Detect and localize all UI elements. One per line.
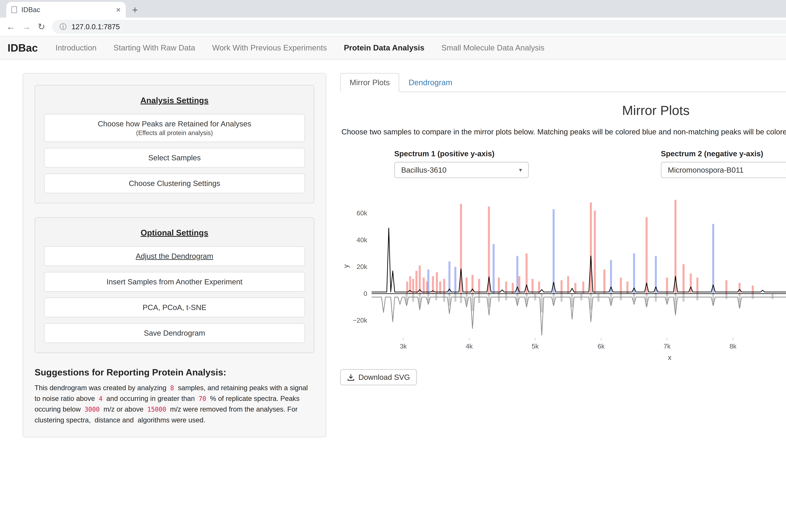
mirror-plot-chart: 3k4k5k6k7k8k9k10k11k−20k020k40k60kxy: [340, 188, 786, 363]
button-label: Insert Samples from Another Experiment: [107, 278, 242, 286]
nav-item-protein-data-analysis[interactable]: Protein Data Analysis: [344, 43, 424, 52]
reload-icon[interactable]: ↻: [38, 22, 45, 31]
nav-item-small-molecule-data-analysis[interactable]: Small Molecule Data Analysis: [441, 43, 545, 52]
sidebar-well: Analysis Settings Choose how Peaks are R…: [23, 73, 326, 437]
upper-mass-cutoff-value: 15000: [145, 406, 168, 413]
lower-mass-cutoff-value: 3000: [83, 406, 101, 413]
spectrum1-dropdown[interactable]: Bacillus-3610 ▾: [394, 162, 529, 178]
brand-idbac[interactable]: IDBac: [7, 42, 38, 54]
spectrum2-dropdown[interactable]: Micromonospora-B011 ▾: [661, 162, 786, 178]
button-label: Choose how Peaks are Retained for Analys…: [98, 120, 251, 128]
button-label: Select Samples: [148, 154, 201, 162]
chevron-down-icon: ▾: [519, 167, 522, 173]
nav-item-introduction[interactable]: Introduction: [55, 43, 96, 52]
suggestions-heading: Suggestions for Reporting Protein Analys…: [34, 367, 315, 377]
spectrum-selector-row: Spectrum 1 (positive y-axis) Bacillus-36…: [394, 149, 786, 178]
suggestion-segment: This dendrogram was created by analyzing: [34, 384, 168, 392]
svg-text:−20k: −20k: [353, 317, 367, 324]
tab-dendrogram[interactable]: Dendrogram: [399, 73, 462, 92]
spectrum1-selected-value: Bacillus-3610: [401, 166, 446, 175]
app-navbar: IDBac Introduction Starting With Raw Dat…: [0, 37, 786, 60]
button-sublabel: (Effects all protein analysis): [48, 130, 301, 136]
nav-item-starting-with-raw-data[interactable]: Starting With Raw Data: [114, 43, 195, 52]
suggestion-segment: and occurring in greater than: [105, 395, 196, 402]
mirror-plot-description: Choose two samples to compare in the mir…: [342, 128, 786, 136]
spectrum2-label: Spectrum 2 (negative y-axis): [661, 149, 786, 158]
suggestion-segment: m/z or above: [101, 405, 145, 413]
button-label: PCA, PCoA, t-SNE: [143, 303, 206, 311]
site-info-icon[interactable]: ⓘ: [60, 22, 67, 31]
svg-text:0: 0: [364, 290, 367, 297]
save-dendrogram-button[interactable]: Save Dendrogram: [44, 323, 305, 343]
svg-text:40k: 40k: [356, 236, 367, 244]
svg-text:x: x: [668, 353, 671, 361]
sidebar: Analysis Settings Choose how Peaks are R…: [23, 73, 326, 437]
download-icon: [347, 373, 355, 381]
optional-settings-panel: Optional Settings Adjust the Dendrogram …: [34, 217, 315, 353]
tab-strip: IDBac × + ─ □ ×: [0, 0, 786, 18]
button-label: Save Dendrogram: [144, 329, 205, 337]
svg-text:5k: 5k: [532, 343, 539, 350]
suggestions-text: This dendrogram was created by analyzing…: [34, 383, 315, 425]
adjust-dendrogram-button[interactable]: Adjust the Dendrogram: [44, 246, 305, 266]
svg-text:y: y: [342, 264, 350, 268]
pca-pcoa-tsne-button[interactable]: PCA, PCoA, t-SNE: [44, 297, 305, 318]
download-svg-button[interactable]: Download SVG: [340, 369, 417, 385]
browser-chrome: IDBac × + ─ □ × ← → ↻ ⓘ 127.0.0.1:7875 ☆…: [0, 0, 786, 37]
svg-text:3k: 3k: [400, 343, 407, 350]
browser-tab[interactable]: IDBac ×: [6, 2, 126, 18]
svg-text:7k: 7k: [664, 343, 671, 350]
spectrum1-selector: Spectrum 1 (positive y-axis) Bacillus-36…: [394, 149, 661, 178]
spectrum2-selector: Spectrum 2 (negative y-axis) Micromonosp…: [661, 149, 786, 178]
button-label: Choose Clustering Settings: [129, 179, 220, 188]
page-body: Analysis Settings Choose how Peaks are R…: [0, 60, 786, 437]
insert-samples-button[interactable]: Insert Samples from Another Experiment: [44, 272, 305, 292]
svg-text:8k: 8k: [730, 343, 737, 350]
tab-close-icon[interactable]: ×: [116, 5, 121, 15]
tab-bar: Mirror Plots Dendrogram: [340, 73, 786, 92]
select-samples-button[interactable]: Select Samples: [44, 148, 305, 168]
svg-text:6k: 6k: [598, 343, 605, 350]
button-label: Adjust the Dendrogram: [136, 252, 213, 260]
new-tab-button[interactable]: +: [132, 4, 138, 16]
spectrum2-selected-value: Micromonospora-B011: [668, 166, 744, 175]
browser-toolbar: ← → ↻ ⓘ 127.0.0.1:7875 ☆ V M C ⋮: [0, 18, 786, 37]
svg-text:60k: 60k: [356, 209, 367, 217]
url-bar[interactable]: ⓘ 127.0.0.1:7875: [52, 20, 786, 33]
download-label: Download SVG: [359, 373, 410, 381]
back-icon[interactable]: ←: [6, 22, 15, 31]
nav-item-work-with-previous-experiments[interactable]: Work With Previous Experiments: [212, 43, 327, 52]
mirror-plot-container: 3k4k5k6k7k8k9k10k11k−20k020k40k60kxy: [340, 188, 786, 365]
tab-mirror-plots[interactable]: Mirror Plots: [340, 73, 399, 92]
choose-peak-retention-button[interactable]: Choose how Peaks are Retained for Analys…: [44, 114, 305, 142]
forward-icon[interactable]: →: [22, 22, 31, 31]
sample-count-value: 8: [168, 385, 176, 392]
spectrum1-label: Spectrum 1 (positive y-axis): [394, 149, 661, 158]
choose-clustering-settings-button[interactable]: Choose Clustering Settings: [44, 174, 305, 193]
analysis-settings-heading: Analysis Settings: [44, 96, 305, 105]
optional-settings-heading: Optional Settings: [44, 228, 305, 237]
snr-value: 4: [97, 395, 105, 402]
url-text: 127.0.0.1:7875: [71, 22, 120, 31]
main-content: Mirror Plots Dendrogram Mirror Plots Cho…: [340, 73, 786, 385]
page-favicon-icon: [11, 6, 17, 13]
page-title: Mirror Plots: [340, 103, 786, 118]
svg-text:4k: 4k: [466, 343, 473, 350]
tab-title: IDBac: [21, 6, 112, 14]
analysis-settings-panel: Analysis Settings Choose how Peaks are R…: [34, 85, 315, 203]
replicate-percent-value: 70: [196, 395, 208, 402]
svg-text:20k: 20k: [356, 263, 367, 271]
